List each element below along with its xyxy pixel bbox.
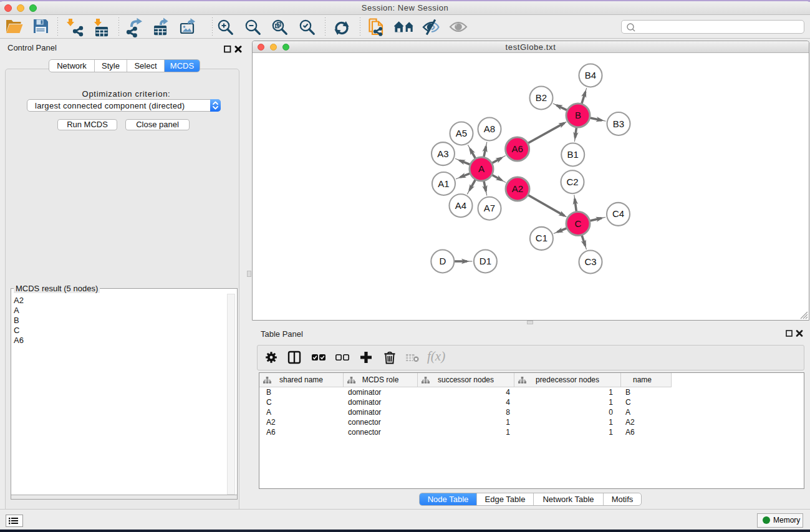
svg-text:A8: A8 bbox=[484, 123, 495, 134]
svg-text:A7: A7 bbox=[484, 203, 495, 213]
svg-text:C: C bbox=[575, 218, 582, 229]
svg-text:C4: C4 bbox=[612, 208, 624, 219]
svg-text:A1: A1 bbox=[438, 178, 449, 189]
svg-text:B4: B4 bbox=[585, 70, 596, 80]
svg-text:B: B bbox=[575, 110, 581, 120]
svg-text:A5: A5 bbox=[456, 128, 467, 138]
svg-text:A3: A3 bbox=[437, 148, 448, 159]
svg-text:A: A bbox=[478, 163, 485, 174]
svg-text:C3: C3 bbox=[584, 256, 596, 267]
svg-text:D1: D1 bbox=[480, 256, 491, 266]
svg-text:A4: A4 bbox=[455, 200, 466, 211]
svg-text:D: D bbox=[439, 256, 446, 266]
svg-text:C1: C1 bbox=[536, 233, 547, 243]
svg-text:A6: A6 bbox=[511, 143, 523, 154]
svg-text:A2: A2 bbox=[512, 183, 523, 194]
svg-text:B1: B1 bbox=[567, 149, 579, 160]
svg-text:B3: B3 bbox=[613, 118, 624, 129]
svg-text:B2: B2 bbox=[536, 92, 547, 103]
svg-text:C2: C2 bbox=[566, 177, 578, 187]
